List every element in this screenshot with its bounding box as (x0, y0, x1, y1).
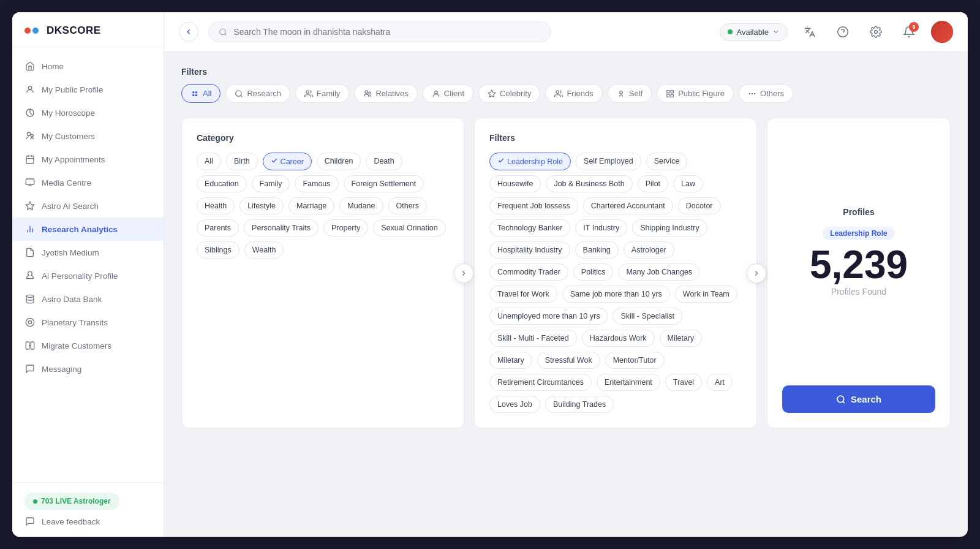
filter-tag-banking[interactable]: Banking (575, 241, 619, 259)
search-input[interactable] (233, 27, 541, 37)
cat-tag-siblings[interactable]: Siblings (197, 241, 239, 259)
filter-tag-frequent-job-lossess[interactable]: Frequent Job lossess (489, 197, 578, 214)
filter-tab-friends[interactable]: Friends (545, 84, 602, 103)
sidebar-item-astro-ai-search[interactable]: Astro Ai Search (12, 194, 164, 218)
filter-tag-technology-banker[interactable]: Technology Banker (489, 219, 570, 237)
sidebar-item-media-centre[interactable]: Media Centre (12, 171, 164, 194)
filter-tag-loves-job[interactable]: Loves Job (489, 396, 540, 413)
back-button[interactable] (179, 22, 198, 42)
filter-tag-docotor[interactable]: Docotor (678, 197, 721, 214)
all-tab-icon (190, 89, 199, 98)
sidebar-item-my-customers[interactable]: My Customers (12, 124, 164, 148)
filter-tag-unemployed[interactable]: Unemployed more than 10 yrs (489, 308, 608, 325)
filter-tag-miletary2[interactable]: Miletary (489, 352, 532, 369)
cat-tag-famous[interactable]: Famous (295, 175, 338, 192)
filter-tag-pilot[interactable]: Pilot (638, 175, 668, 192)
filter-tab-all[interactable]: All (181, 84, 221, 103)
filter-tag-politics[interactable]: Politics (573, 263, 614, 281)
sidebar-item-ai-personality[interactable]: Ai Personality Profile (12, 264, 164, 287)
search-button[interactable]: Search (782, 385, 935, 413)
filter-tag-art[interactable]: Art (707, 374, 733, 391)
filter-tab-celebrity[interactable]: Celebrity (478, 84, 540, 103)
search-bar (208, 21, 551, 42)
cat-tag-career[interactable]: Career (263, 153, 312, 170)
filter-tag-entertainment[interactable]: Entertainment (597, 374, 660, 391)
filter-tab-research[interactable]: Research (225, 84, 290, 103)
filter-tag-it-industry[interactable]: IT Industry (575, 219, 627, 237)
cat-tag-marriage[interactable]: Marriage (288, 197, 334, 214)
settings-icon-btn[interactable] (865, 21, 887, 43)
filter-tag-skill-multi-faceted[interactable]: Skill - Multi - Faceted (489, 330, 577, 347)
filter-tag-work-in-team[interactable]: Work in Team (675, 286, 737, 303)
cat-tag-death[interactable]: Death (366, 153, 402, 170)
self-tab-icon (617, 89, 625, 98)
filter-tag-shipping-industry[interactable]: Shipping Industry (632, 219, 707, 237)
svg-point-41 (755, 93, 755, 94)
filter-tag-stressful-wok[interactable]: Stressful Wok (537, 352, 600, 369)
filter-tag-many-job-changes[interactable]: Many Job Changes (618, 263, 700, 281)
notification-icon-btn[interactable]: 9 (898, 21, 920, 43)
filter-tab-family[interactable]: Family (295, 84, 349, 103)
filters-next-arrow[interactable] (747, 263, 766, 283)
filter-tag-astrologer[interactable]: Astrologer (624, 241, 674, 259)
cat-tag-others[interactable]: Others (388, 197, 428, 214)
cat-tag-education[interactable]: Education (197, 175, 247, 192)
filter-tag-chartered-accountant[interactable]: Chartered Accountant (583, 197, 673, 214)
cat-tag-all[interactable]: All (197, 153, 221, 170)
cat-tag-foreign-settlement[interactable]: Foreign Settlement (344, 175, 424, 192)
filter-tag-commodity-trader[interactable]: Commodity Trader (489, 263, 568, 281)
help-icon-btn[interactable] (832, 21, 854, 43)
filters-card-title: Filters (489, 133, 742, 143)
filter-tag-job-business-both[interactable]: Job & Business Both (546, 175, 632, 192)
live-astrologer-badge[interactable]: 703 LIVE Astrologer (24, 493, 119, 510)
sidebar-item-research-analytics[interactable]: Research Analytics (12, 218, 164, 241)
cat-tag-property[interactable]: Property (323, 219, 368, 237)
cat-tag-family[interactable]: Family (252, 175, 290, 192)
sidebar-item-planetary-transits[interactable]: Planetary Transits (12, 311, 164, 334)
filter-tag-leadership-role[interactable]: Leadership Role (489, 153, 571, 170)
feedback-item[interactable]: Leave feedback (24, 510, 151, 527)
filter-tag-self-employed[interactable]: Self Employed (576, 153, 641, 170)
filter-tab-relatives[interactable]: Relatives (354, 84, 417, 103)
filter-tag-housewife[interactable]: Housewife (489, 175, 541, 192)
friends-tab-icon (554, 89, 563, 98)
filter-tag-mentor-tutor[interactable]: Mentor/Tutor (605, 352, 665, 369)
sidebar-item-my-appointments[interactable]: My Appointments (12, 148, 164, 171)
svg-point-23 (192, 91, 195, 93)
category-next-arrow[interactable] (454, 263, 473, 283)
sidebar-item-home[interactable]: Home (12, 55, 164, 78)
filter-tab-others[interactable]: Others (739, 84, 793, 103)
cat-tag-birth[interactable]: Birth (226, 153, 258, 170)
filter-tag-hospitality-industry[interactable]: Hospitality Industry (489, 241, 570, 259)
cat-tag-lifestyle[interactable]: Lifestyle (239, 197, 284, 214)
cat-tag-health[interactable]: Health (197, 197, 235, 214)
filter-tag-miletary1[interactable]: Miletary (660, 330, 703, 347)
filter-tab-public-figure[interactable]: Public Figure (657, 84, 734, 103)
sidebar-item-astro-data-bank[interactable]: Astro Data Bank (12, 287, 164, 311)
filter-tag-travel[interactable]: Travel (665, 374, 702, 391)
filter-tab-client[interactable]: Client (423, 84, 473, 103)
filter-tag-building-trades[interactable]: Building Trades (545, 396, 614, 413)
cat-tag-personality-traits[interactable]: Personality Traits (244, 219, 318, 237)
user-avatar[interactable] (931, 21, 953, 43)
sidebar-item-messaging[interactable]: Messaging (12, 357, 164, 381)
cat-tag-wealth[interactable]: Wealth (244, 241, 284, 259)
cat-tag-sexual-orination[interactable]: Sexual Orination (373, 219, 445, 237)
filter-tag-service[interactable]: Service (646, 153, 688, 170)
sidebar-item-my-public-profile[interactable]: My Public Profile (12, 78, 164, 101)
filter-tag-hazardous-work[interactable]: Hazardous Work (582, 330, 655, 347)
cat-tag-children[interactable]: Children (317, 153, 361, 170)
filter-tag-same-job[interactable]: Same job more than 10 yrs (562, 286, 670, 303)
filter-tag-travel-for-work[interactable]: Travel for Work (489, 286, 557, 303)
sidebar-item-migrate-customers[interactable]: Migrate Customers (12, 334, 164, 357)
filter-tag-law[interactable]: Law (673, 175, 703, 192)
filter-tag-skill-specialist[interactable]: Skill - Specialist (612, 308, 682, 325)
status-badge[interactable]: Available (720, 23, 788, 41)
cat-tag-mudane[interactable]: Mudane (339, 197, 383, 214)
sidebar-item-jyotish-medium[interactable]: Jyotish Medium (12, 241, 164, 264)
filter-tag-retirement[interactable]: Retirement Circumtances (489, 374, 592, 391)
filter-tab-self[interactable]: Self (608, 84, 652, 103)
translate-icon-btn[interactable] (799, 21, 821, 43)
sidebar-item-my-horoscope[interactable]: My Horoscope (12, 101, 164, 124)
cat-tag-parents[interactable]: Parents (197, 219, 239, 237)
